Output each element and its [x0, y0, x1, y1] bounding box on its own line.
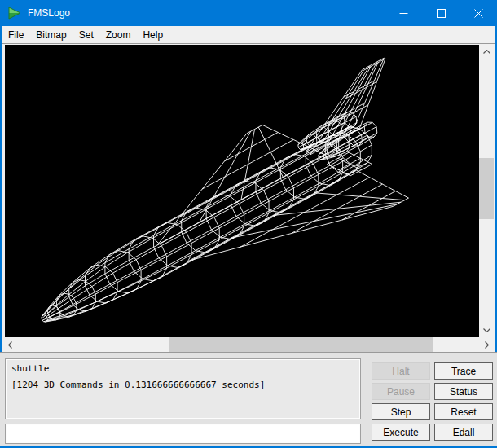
execute-button[interactable]: Execute — [372, 424, 430, 441]
chevron-down-icon — [483, 328, 490, 332]
output-line: shuttle — [11, 361, 354, 377]
workspace — [2, 43, 495, 352]
window-title: FMSLogo — [28, 7, 70, 19]
menu-bar: FileBitmapSetZoomHelp — [2, 26, 495, 43]
commander-output: shuttle[1204 3D Commands in 0.1316666666… — [5, 358, 361, 419]
chevron-up-icon — [483, 50, 490, 54]
close-icon — [474, 9, 483, 18]
scroll-left-button[interactable] — [3, 337, 17, 353]
maximize-icon — [437, 9, 446, 18]
commander-buttons: HaltTracePauseStatusStepResetExecuteEdal… — [372, 362, 493, 441]
step-button[interactable]: Step — [372, 403, 430, 420]
fmslogo-window: FMSLogo FileBitmapSetZoomHelp — [0, 0, 497, 448]
menu-item-help[interactable]: Help — [137, 27, 169, 43]
vertical-scrollbar[interactable] — [479, 45, 494, 337]
menu-item-zoom[interactable]: Zoom — [100, 27, 137, 43]
scroll-up-button[interactable] — [479, 45, 494, 59]
reset-button[interactable]: Reset — [434, 403, 493, 420]
minimize-icon — [399, 9, 408, 18]
edall-button[interactable]: Edall — [434, 424, 493, 441]
scroll-right-button[interactable] — [480, 337, 494, 353]
chevron-left-icon — [8, 341, 12, 349]
title-bar[interactable]: FMSLogo — [0, 0, 497, 26]
menu-item-bitmap[interactable]: Bitmap — [30, 27, 72, 43]
horizontal-scroll-thumb[interactable] — [169, 337, 433, 353]
minimize-button[interactable] — [385, 0, 422, 26]
trace-button[interactable]: Trace — [434, 362, 493, 380]
menu-item-file[interactable]: File — [2, 27, 29, 43]
output-line: [1204 3D Commands in 0.131666666666667 s… — [11, 377, 354, 393]
status-button[interactable]: Status — [434, 383, 493, 400]
graphics-canvas[interactable] — [5, 45, 479, 337]
commander-input[interactable] — [5, 424, 361, 444]
close-button[interactable] — [460, 0, 497, 26]
scroll-down-button[interactable] — [479, 323, 494, 337]
halt-button: Halt — [372, 362, 430, 380]
maximize-button[interactable] — [422, 0, 460, 26]
vertical-scroll-thumb[interactable] — [479, 158, 494, 219]
shuttle-wireframe — [5, 45, 479, 337]
chevron-right-icon — [485, 341, 489, 349]
menu-item-set[interactable]: Set — [73, 27, 99, 43]
pause-button: Pause — [372, 383, 430, 400]
commander-panel: shuttle[1204 3D Commands in 0.1316666666… — [0, 352, 497, 446]
horizontal-scrollbar[interactable] — [2, 337, 494, 353]
fmslogo-app-icon — [7, 6, 22, 20]
